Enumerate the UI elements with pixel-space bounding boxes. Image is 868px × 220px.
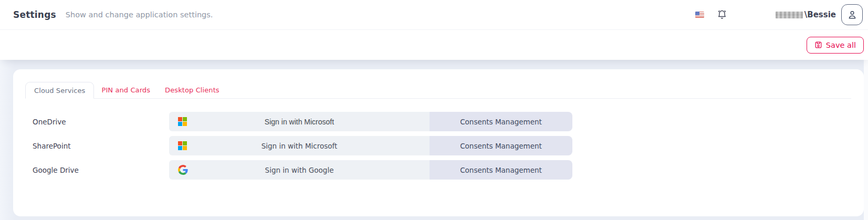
page-subtitle: Show and change application settings. <box>66 11 213 19</box>
service-actions: Sign in with Google Consents Management <box>169 160 572 180</box>
current-user: \Bessie <box>776 10 836 19</box>
service-row-onedrive: OneDrive Sign in with Microsoft Consents… <box>13 112 864 131</box>
settings-card: Cloud Services PIN and Cards Desktop Cli… <box>13 69 864 216</box>
tab-pin-and-cards[interactable]: PIN and Cards <box>94 81 158 98</box>
main-content: Cloud Services PIN and Cards Desktop Cli… <box>0 60 868 216</box>
tab-label: Cloud Services <box>34 87 85 95</box>
service-actions: Sign in with Microsoft Consents Manageme… <box>169 136 572 155</box>
tab-desktop-clients[interactable]: Desktop Clients <box>158 81 227 98</box>
signin-microsoft-button[interactable]: Sign in with Microsoft <box>169 136 430 155</box>
service-name: OneDrive <box>13 118 169 126</box>
scrollbar-track[interactable] <box>864 60 868 220</box>
signin-label: Sign in with Microsoft <box>169 118 430 126</box>
signin-label: Sign in with Microsoft <box>169 142 430 150</box>
tab-cloud-services[interactable]: Cloud Services <box>25 82 94 99</box>
signin-google-button[interactable]: Sign in with Google <box>169 160 430 180</box>
page-title: Settings <box>13 9 56 20</box>
signin-label: Sign in with Google <box>169 166 430 174</box>
action-toolbar: Save all <box>0 30 868 60</box>
username-label: \Bessie <box>804 10 836 19</box>
us-flag-icon[interactable] <box>695 12 704 18</box>
save-icon <box>814 41 822 49</box>
service-row-google-drive: Google Drive Sign in with Google <box>13 160 864 180</box>
redacted-domain <box>776 12 803 18</box>
service-row-sharepoint: SharePoint Sign in with Microsoft Consen… <box>13 136 864 155</box>
consents-management-button[interactable]: Consents Management <box>430 112 572 131</box>
google-logo <box>178 165 188 175</box>
save-all-label: Save all <box>826 41 856 49</box>
user-icon <box>846 9 858 20</box>
cloud-services-list: OneDrive Sign in with Microsoft Consents… <box>13 112 864 180</box>
service-name: SharePoint <box>13 142 169 150</box>
signin-microsoft-button[interactable]: Sign in with Microsoft <box>169 112 430 131</box>
top-header-bar: Settings Show and change application set… <box>0 0 868 30</box>
tab-label: Desktop Clients <box>165 86 219 94</box>
microsoft-logo <box>178 117 187 126</box>
header-actions: \Bessie <box>695 4 868 25</box>
microsoft-logo <box>178 141 187 150</box>
flag-canton <box>695 12 699 15</box>
service-name: Google Drive <box>13 166 169 174</box>
tab-bar: Cloud Services PIN and Cards Desktop Cli… <box>25 81 851 99</box>
consents-management-button[interactable]: Consents Management <box>430 136 572 155</box>
tab-label: PIN and Cards <box>101 86 150 94</box>
consents-management-button[interactable]: Consents Management <box>430 160 572 180</box>
service-actions: Sign in with Microsoft Consents Manageme… <box>169 112 572 131</box>
notifications-button[interactable] <box>717 9 727 20</box>
save-all-button[interactable]: Save all <box>807 37 864 54</box>
bell-icon <box>717 9 727 20</box>
user-menu-button[interactable] <box>841 4 863 25</box>
